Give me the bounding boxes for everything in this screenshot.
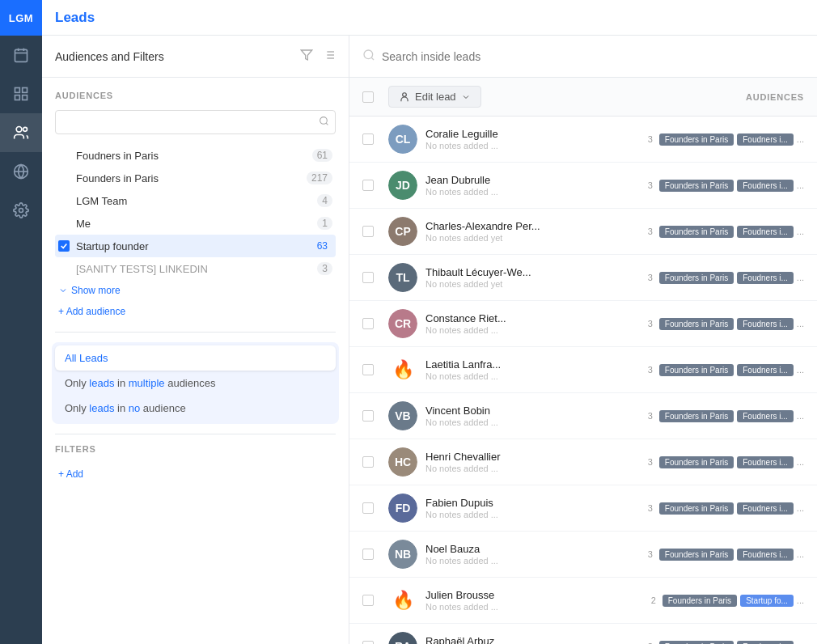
view-options: All Leads Only leads in multiple audienc…: [52, 342, 339, 424]
filters-section: FILTERS + Add: [55, 444, 336, 485]
add-filter-button[interactable]: + Add: [55, 464, 336, 485]
lead-audiences: 3 Founders in Paris Foudners i... ...: [648, 549, 804, 561]
svg-point-8: [16, 127, 22, 133]
search-input[interactable]: [382, 50, 804, 63]
svg-point-23: [403, 92, 407, 96]
filters-section-title: FILTERS: [55, 444, 336, 454]
lead-avatar: CR: [388, 309, 417, 338]
lead-audiences: 3 Founders in Paris Foudners i... ...: [648, 410, 804, 422]
row-checkbox[interactable]: [362, 456, 388, 468]
lead-info: Thibault Lécuyer-We... No notes added ye…: [425, 266, 638, 289]
nav-people[interactable]: [0, 113, 42, 152]
svg-rect-7: [23, 95, 28, 100]
lead-row[interactable]: JD Jean Dubrulle No notes added ... 3 Fo…: [349, 163, 817, 209]
divider: [55, 332, 336, 333]
audience-item[interactable]: Me 1: [55, 212, 336, 235]
nav-settings[interactable]: [0, 191, 42, 230]
lead-avatar: VB: [388, 401, 417, 430]
lead-audiences: 3 Founders in Paris Foudners i... ...: [648, 641, 804, 645]
lead-info: Constance Riet... No notes added ...: [425, 312, 638, 335]
leads-table: Edit lead AUDIENCES CL Coralie Leguille …: [349, 78, 817, 644]
audience-search-input[interactable]: [55, 110, 336, 134]
row-checkbox[interactable]: [362, 595, 388, 606]
lead-info: Henri Chevallier No notes added ...: [425, 451, 638, 473]
audience-item[interactable]: Founders in Paris 217: [55, 167, 336, 189]
audience-item[interactable]: [SANITY TESTS] LINKEDIN 3: [55, 257, 336, 280]
row-checkbox[interactable]: [362, 410, 388, 422]
lead-info: Julien Brousse No notes added ...: [425, 589, 641, 612]
audiences-filters-title: Audiences and Filters: [55, 50, 164, 63]
lead-info: Coralie Leguille No notes added ...: [425, 128, 638, 150]
lead-audiences: 3 Founders in Paris Foudners i... ...: [648, 272, 804, 284]
audience-item-startup-founder[interactable]: Startup founder 63: [55, 235, 336, 257]
lead-avatar: RA: [388, 632, 417, 644]
svg-point-9: [23, 127, 28, 131]
view-multiple-audiences[interactable]: Only leads in multiple audiences: [55, 371, 336, 396]
columns-icon[interactable]: [323, 49, 336, 64]
svg-rect-6: [15, 95, 20, 100]
row-checkbox[interactable]: [362, 318, 388, 329]
filter-icon[interactable]: [300, 49, 313, 64]
lead-info: Jean Dubrulle No notes added ...: [425, 174, 638, 197]
lead-avatar: CL: [388, 125, 417, 154]
audience-search-icon: [319, 116, 329, 129]
row-checkbox[interactable]: [362, 133, 388, 145]
nav-calendar[interactable]: [0, 36, 42, 74]
lead-row[interactable]: NB Noel Bauza No notes added ... 3 Found…: [349, 532, 817, 578]
lead-row[interactable]: TL Thibault Lécuyer-We... No notes added…: [349, 255, 817, 301]
lead-avatar: TL: [388, 263, 417, 292]
lead-row[interactable]: CR Constance Riet... No notes added ... …: [349, 301, 817, 347]
lead-audiences: 2 Founders in Paris Startup fo... ...: [651, 595, 804, 607]
left-panel-header: Audiences and Filters: [42, 36, 349, 78]
content-panels: Audiences and Filters AUDIENCES: [42, 36, 817, 644]
header-checkbox[interactable]: [362, 91, 388, 103]
row-checkbox[interactable]: [362, 502, 388, 514]
svg-rect-5: [23, 88, 28, 93]
lead-row[interactable]: RA Raphaël Arbuz No notes added ... 3 Fo…: [349, 624, 817, 644]
view-all-leads[interactable]: All Leads: [55, 345, 336, 371]
right-panel-header: [349, 36, 817, 78]
audience-item[interactable]: LGM Team 4: [55, 189, 336, 212]
audience-search[interactable]: [55, 110, 336, 134]
nav-globe[interactable]: [0, 152, 42, 191]
lead-row[interactable]: VB Vincent Bobin No notes added ... 3 Fo…: [349, 393, 817, 439]
lead-row[interactable]: HC Henri Chevallier No notes added ... 3…: [349, 439, 817, 485]
edit-lead-button[interactable]: Edit lead: [388, 86, 481, 108]
lead-row[interactable]: FD Fabien Dupuis No notes added ... 3 Fo…: [349, 485, 817, 532]
audience-item[interactable]: Foudners in Paris 61: [55, 144, 336, 167]
add-audience-button[interactable]: + Add audience: [55, 301, 336, 322]
nav-chart[interactable]: [0, 74, 42, 113]
lead-row[interactable]: 🔥 Laetitia Lanfra... No notes added ... …: [349, 347, 817, 393]
svg-point-11: [19, 209, 23, 213]
search-box[interactable]: [362, 49, 804, 64]
audiences-section-title: AUDIENCES: [55, 91, 336, 100]
lead-info: Fabien Dupuis No notes added ...: [425, 497, 638, 519]
audiences-column-header: AUDIENCES: [610, 92, 804, 102]
lead-audiences: 3 Founders in Paris Foudners i... ...: [648, 226, 804, 238]
row-checkbox[interactable]: [362, 226, 388, 237]
top-header: Leads: [42, 0, 817, 36]
page-title: Leads: [55, 10, 95, 26]
row-checkbox[interactable]: [362, 364, 388, 375]
left-panel: Audiences and Filters AUDIENCES: [42, 36, 349, 644]
nav-sidebar: LGM: [0, 0, 42, 644]
row-checkbox[interactable]: [362, 180, 388, 191]
divider2: [55, 434, 336, 434]
row-checkbox[interactable]: [362, 641, 388, 644]
show-more-button[interactable]: Show more: [55, 280, 336, 301]
left-panel-content: AUDIENCES Foudners in Paris 61: [42, 78, 349, 644]
row-checkbox[interactable]: [362, 272, 388, 283]
svg-marker-12: [301, 50, 311, 60]
svg-rect-0: [15, 49, 28, 61]
lead-row[interactable]: 🔥 Julien Brousse No notes added ... 2 Fo…: [349, 578, 817, 624]
app-logo: LGM: [0, 0, 42, 36]
lead-row[interactable]: CL Coralie Leguille No notes added ... 3…: [349, 117, 817, 163]
lead-audiences: 3 Founders in Paris Foudners i... ...: [648, 502, 804, 515]
lead-info: Charles-Alexandre Per... No notes added …: [425, 220, 638, 243]
svg-point-19: [320, 117, 328, 125]
view-no-audience[interactable]: Only leads in no audience: [55, 396, 336, 421]
row-checkbox[interactable]: [362, 549, 388, 560]
lead-avatar: HC: [388, 447, 417, 477]
lead-info: Raphaël Arbuz No notes added ...: [425, 635, 638, 644]
lead-row[interactable]: CP Charles-Alexandre Per... No notes add…: [349, 209, 817, 255]
